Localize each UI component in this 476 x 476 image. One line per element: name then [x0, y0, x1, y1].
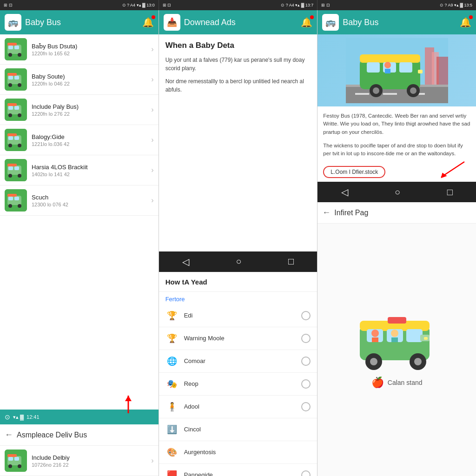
- feature-item-2[interactable]: 🌐 Comoar: [159, 350, 317, 373]
- svg-rect-17: [14, 106, 19, 110]
- svg-point-63: [373, 87, 379, 94]
- svg-rect-23: [8, 136, 13, 140]
- sub-item-info: Include Delbiy 10726no 216 22: [32, 454, 146, 468]
- svg-point-33: [18, 174, 21, 178]
- item-sub-3: 1221lo lo.036 42: [32, 141, 146, 147]
- feature-radio-3[interactable]: [301, 379, 311, 389]
- feature-radio-7[interactable]: [301, 470, 311, 476]
- status-segment-1: ⊞ ⊡ ⊙ ? A4 ▾▴ ▓ 13:0: [0, 0, 159, 10]
- feature-item-0[interactable]: 🏆 Edi: [159, 304, 317, 327]
- list-item[interactable]: Baby Soute) 1220fn lo 046 22 ›: [0, 65, 159, 95]
- panel3-notification-icon[interactable]: 🔔: [460, 17, 471, 28]
- feature-name-1: Warning Moole: [184, 335, 296, 342]
- apple-text: Calan stand: [388, 379, 423, 386]
- sub-list-item[interactable]: Include Delbiy 10726no 216 22 ›: [0, 446, 159, 476]
- panel3-back-button[interactable]: ←: [322, 208, 331, 218]
- feature-radio-0[interactable]: [301, 311, 311, 320]
- feature-icon-5: ⬇️: [165, 423, 178, 436]
- svg-point-49: [18, 464, 21, 468]
- bus-top-svg: [346, 38, 448, 103]
- feature-name-5: Cincol: [184, 426, 311, 433]
- feature-icon-1: 🏆: [165, 332, 178, 345]
- sub-header-title: Asmpleace Deliv Bus: [17, 431, 87, 439]
- svg-rect-46: [8, 457, 13, 461]
- panel2-body-2: Nor dme remesstallly to a bercl lop unli…: [165, 77, 311, 94]
- panel3-link[interactable]: L.Oom I Dfier.stock: [323, 166, 385, 178]
- panel3-nav-square[interactable]: □: [440, 183, 460, 201]
- notification-icon: ⊙: [5, 413, 10, 421]
- feature-item-7[interactable]: 🟥 Pannegide: [159, 464, 317, 476]
- status-right-2: ⊙ ? A4 ▾▴ ▓ 13:7: [281, 3, 313, 7]
- svg-rect-59: [367, 62, 380, 73]
- panel3-nav-back[interactable]: ◁: [334, 183, 356, 201]
- feature-name-6: Aurgentosis: [184, 449, 311, 456]
- list-item[interactable]: Balogy:Gide 1221lo lo.036 42 ›: [0, 125, 159, 155]
- feature-icon-3: 🎭: [165, 377, 178, 390]
- svg-point-12: [18, 83, 21, 87]
- item-sub-4: 1402to lo 141 42: [32, 172, 146, 177]
- item-info-1: Baby Soute) 1220fn lo 046 22: [32, 73, 146, 86]
- item-info-4: Harsia 4LOS Brackiit 1402to lo 141 42: [32, 164, 146, 177]
- svg-rect-37: [8, 197, 13, 200]
- nav-back-button[interactable]: ◁: [175, 252, 197, 271]
- feature-item-4[interactable]: 🧍 Adool: [159, 396, 317, 418]
- svg-point-88: [391, 330, 398, 337]
- feature-radio-2[interactable]: [301, 357, 311, 366]
- item-thumb-0: [5, 38, 27, 60]
- svg-marker-73: [439, 172, 447, 178]
- list-item[interactable]: Harsia 4LOS Brackiit 1402to lo 141 42 ›: [0, 155, 159, 185]
- bus-bottom-svg: [355, 311, 439, 372]
- notification-status-icons: ▾▴ ▓: [13, 414, 24, 420]
- svg-point-5: [18, 53, 21, 57]
- item-thumb-4: [5, 159, 27, 181]
- panel3-notification-dot: [469, 15, 473, 19]
- svg-point-18: [8, 113, 12, 117]
- panel2-main-title: When a Baby Deta: [165, 41, 311, 50]
- status-left-2: ⊞ ⊡: [163, 3, 172, 7]
- back-button[interactable]: ←: [5, 430, 13, 440]
- panel2-body-1: Up yor unt at a falves (779) kar us pera…: [165, 56, 311, 73]
- item-title-2: Include Paly Bus): [32, 103, 146, 110]
- sub-chevron-icon: ›: [151, 456, 153, 465]
- list-item[interactable]: Bab̈y Bus Dsuta) 1220fn lo 165 62 ›: [0, 34, 159, 65]
- svg-rect-50: [7, 454, 17, 457]
- svg-rect-16: [8, 106, 13, 110]
- item-title-3: Balogy:Gide: [32, 133, 146, 140]
- item-sub-2: 1220fn lo 276 22: [32, 111, 146, 117]
- svg-point-25: [8, 144, 12, 147]
- svg-marker-43: [125, 396, 132, 401]
- panel1-notification-icon[interactable]: 🔔: [142, 17, 154, 28]
- svg-rect-30: [8, 166, 13, 170]
- nav-square-button[interactable]: □: [281, 252, 301, 271]
- item-sub-5: 12300 lo 076 42: [32, 202, 146, 207]
- chevron-icon-4: ›: [151, 166, 153, 174]
- svg-point-65: [410, 87, 416, 94]
- svg-rect-79: [406, 329, 423, 342]
- chevron-icon-3: ›: [151, 136, 153, 144]
- feature-item-3[interactable]: 🎭 Reop: [159, 373, 317, 396]
- feature-item-1[interactable]: 🏆 Warning Moole: [159, 327, 317, 350]
- feature-item-5[interactable]: ⬇️ Cincol: [159, 418, 317, 441]
- apple-footer: 🍎 Calan stand: [371, 377, 423, 389]
- status-left-3: ⊞ ⊡: [321, 3, 330, 7]
- feature-item-6[interactable]: 🎨 Aurgentosis: [159, 441, 317, 464]
- feature-icon-2: 🌐: [165, 355, 178, 368]
- feature-radio-1[interactable]: [301, 334, 311, 343]
- list-item[interactable]: Scuch 12300 lo 076 42 ›: [0, 185, 159, 216]
- list-item[interactable]: Include Paly Bus) 1220fn lo 276 22 ›: [0, 95, 159, 125]
- chevron-icon-5: ›: [151, 196, 153, 205]
- svg-rect-34: [7, 164, 17, 166]
- panel3-nav-home[interactable]: ○: [387, 183, 408, 201]
- feature-radio-4[interactable]: [301, 402, 311, 411]
- svg-rect-76: [388, 317, 406, 324]
- notification-area: ⊙ ▾▴ ▓ 12:41: [0, 410, 159, 424]
- panel3-bottom: 🍎 Calan stand: [317, 224, 476, 476]
- panel3-link-row: L.Oom I Dfier.stock: [317, 163, 476, 182]
- panel3-app-icon: 🚌: [322, 14, 339, 31]
- panel2-content: When a Baby Deta Up yor unt at a falves …: [159, 34, 317, 251]
- feature-icon-7: 🟥: [165, 469, 178, 476]
- nav-home-button[interactable]: ○: [228, 252, 249, 271]
- svg-rect-69: [436, 57, 448, 85]
- svg-point-39: [8, 204, 12, 208]
- panel2-notification-icon[interactable]: 🔔: [301, 17, 312, 28]
